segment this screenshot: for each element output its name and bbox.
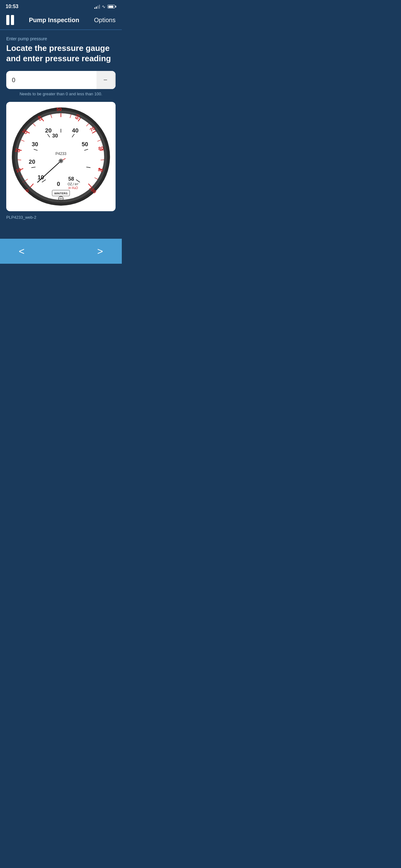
status-bar: 10:53 ∿ <box>0 0 122 12</box>
instruction-text: Locate the pressure gauge and enter pres… <box>6 43 115 63</box>
decrement-button[interactable]: − <box>97 71 114 89</box>
prev-button[interactable]: < <box>19 246 25 257</box>
svg-text:0: 0 <box>57 181 60 187</box>
status-time: 10:53 <box>6 4 19 9</box>
svg-text:OZ./ in²: OZ./ in² <box>68 183 79 186</box>
svg-text:20: 20 <box>45 127 52 134</box>
svg-line-15 <box>18 160 21 160</box>
options-button[interactable]: Options <box>94 17 115 24</box>
main-content: Enter pump pressure Locate the pressure … <box>0 30 122 239</box>
svg-text:P4233: P4233 <box>55 152 66 156</box>
nav-bar: Pump Inspection Options <box>0 12 122 29</box>
validation-message: Needs to be greater than 0 and less than… <box>6 92 115 96</box>
svg-text:50: 50 <box>81 141 88 148</box>
svg-text:in H₂O: in H₂O <box>68 186 78 190</box>
signal-icon <box>94 4 100 9</box>
battery-icon <box>107 5 116 8</box>
input-controls: − + <box>97 71 115 89</box>
pressure-input-container: − + <box>6 71 115 89</box>
svg-text:www.winters.ca: www.winters.ca <box>52 201 70 204</box>
pressure-input[interactable] <box>6 71 97 89</box>
svg-text:30: 30 <box>32 141 38 148</box>
svg-line-22 <box>101 160 104 160</box>
svg-text:40: 40 <box>72 127 79 134</box>
svg-text:30: 30 <box>52 133 58 139</box>
pause-button[interactable] <box>6 15 14 25</box>
bottom-nav: < > <box>0 239 122 264</box>
page-title: Pump Inspection <box>29 17 79 24</box>
next-button[interactable]: > <box>97 246 103 257</box>
svg-text:80: 80 <box>98 145 104 151</box>
svg-text:50: 50 <box>57 107 62 112</box>
image-caption: PLP4233_web-2 <box>6 214 115 223</box>
svg-text:WINTERS: WINTERS <box>54 192 67 195</box>
pressure-gauge-svg: 0 10 20 30 40 50 60 70 80 90 100 10 20 3… <box>11 107 110 206</box>
section-label: Enter pump pressure <box>6 36 115 41</box>
status-icons: ∿ <box>94 4 116 9</box>
increment-button[interactable]: + <box>115 71 115 89</box>
svg-text:58: 58 <box>68 176 74 182</box>
gauge-image-container: 0 10 20 30 40 50 60 70 80 90 100 10 20 3… <box>6 102 115 211</box>
svg-point-63 <box>60 160 62 162</box>
svg-text:20: 20 <box>15 147 21 153</box>
wifi-icon: ∿ <box>102 4 106 9</box>
svg-text:20: 20 <box>29 158 35 165</box>
